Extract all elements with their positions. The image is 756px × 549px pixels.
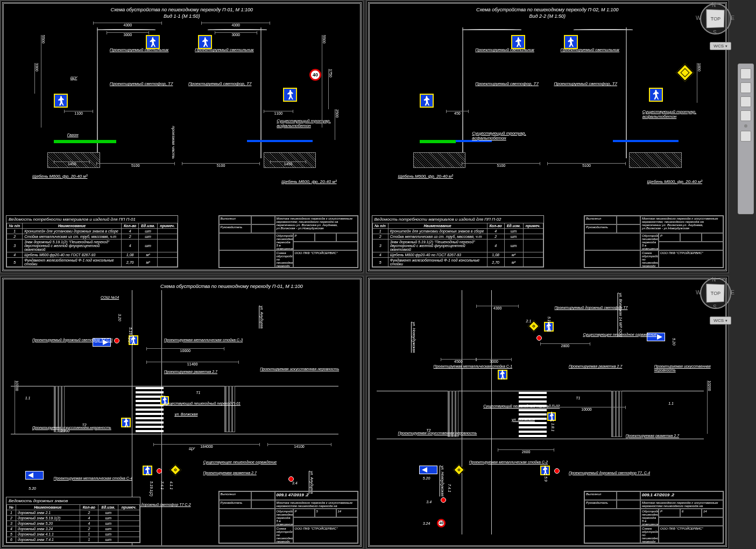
dim-5500: 5500: [41, 35, 45, 128]
sheet-title: Схема обустройства по пешеходному перехо…: [110, 7, 253, 12]
title-block: Выполнил Монтаж пешеходного перехода к и…: [584, 215, 724, 268]
table-cell: Знак дорожный 5.19.1(2) "Пешеходный пере…: [23, 240, 122, 252]
stamp-vyp: Выполнил: [219, 216, 251, 224]
table-cell: шт: [98, 526, 118, 532]
speed-bump: [224, 386, 235, 432]
ann-T2: T2: [426, 428, 430, 432]
sign-3.4-icon: [441, 497, 446, 503]
dim: 3.4: [426, 500, 432, 504]
dir-n: N: [712, 2, 716, 8]
table-title: Ведомость потребности материалов и издел…: [6, 216, 178, 223]
dim-5100-l: 5100: [96, 163, 175, 167]
nav-pan-icon[interactable]: [740, 82, 751, 93]
table-cell: Стойка металлическая из ст. труб, массов…: [388, 234, 487, 240]
stamp-cell: ООО ПКФ "СТРОЙСЕРВИС": [659, 526, 723, 543]
table-cell: 2: [80, 510, 98, 516]
table-cell: [158, 258, 178, 267]
view-cube[interactable]: TOP N S W E: [700, 278, 731, 309]
crosswalk: [519, 391, 547, 437]
pedestrian-sign-icon: [283, 88, 297, 102]
speed-40-sign-icon: 40: [309, 69, 321, 81]
table-cell: м³: [504, 258, 523, 267]
wcs-selector[interactable]: WCS: [710, 316, 731, 325]
label-sheb-r: Щебень М600, фр. 20-40 м³: [647, 179, 702, 184]
th: №: [7, 505, 16, 510]
speed-bump: [448, 391, 458, 437]
dim: 10200: [707, 381, 711, 434]
dim: 5.19.1(2): [150, 481, 153, 496]
table-cell: 4: [372, 252, 388, 258]
table-cell: [523, 258, 543, 267]
table-cell: 3: [7, 240, 23, 252]
nav-zoom-icon[interactable]: [740, 96, 751, 107]
dim-1450: 1450: [270, 161, 306, 166]
ann-mark27-2: Проектируемая разметка 2.7: [203, 471, 256, 475]
crosswalk: [136, 386, 164, 432]
dim-5500: 5500: [322, 35, 326, 128]
dim: 4300: [476, 306, 519, 310]
title-block: Выполнил 009.1 47/2019 .2 Руководитель М…: [584, 491, 724, 544]
nav-orbit-icon[interactable]: [740, 110, 751, 121]
dir-s: S: [713, 30, 717, 36]
road-v: [462, 290, 492, 534]
stamp-code: 009.1 47/2019 .2: [275, 491, 358, 500]
ann-ograzhd: Существующее пешеходное ограждение: [583, 333, 656, 336]
ann-stC3: Проектируемая металлическая стойка С-3: [164, 338, 243, 342]
dim: 3.4: [292, 481, 298, 485]
table-cell: 1: [7, 229, 23, 234]
dim: 5.20: [29, 487, 36, 490]
materials-table: Ведомость потребности материалов и издел…: [6, 215, 178, 268]
priority-sign-icon: [169, 463, 182, 476]
table-cell: 4: [7, 252, 23, 258]
dim-5100-r: 5100: [182, 163, 260, 167]
table-cell: Кронштейн для установки дорожных знаков …: [388, 229, 487, 234]
stamp-cell: Обустройство пешеходного перехода 5 в ос…: [640, 509, 659, 526]
dim-4300: 4300: [93, 23, 162, 27]
table-cell: [158, 240, 178, 252]
priority-sign-icon: [676, 64, 694, 82]
viewport-bottom-left[interactable]: Схема обустройства по пешеходному перехо…: [0, 276, 364, 549]
th-num: № п/п: [7, 223, 23, 229]
street-v: ул. Новоудужская: [412, 322, 416, 353]
dim-1800: 1800: [697, 63, 701, 103]
dim: 2800: [540, 343, 590, 348]
stamp-cell: Монтаж пешеходного перехода к искусствен…: [640, 216, 723, 233]
table-cell: Щебень М600 фр20-40 по ГОСТ 8267-93: [23, 252, 122, 258]
stamp-cell: Р: [659, 233, 680, 242]
stamp-cell: Руководитель: [219, 500, 251, 509]
table-cell: шт: [139, 240, 158, 252]
table-cell: [523, 229, 543, 234]
table-cell: [158, 252, 178, 258]
viewport-top-left[interactable]: Схема обустройства по пешеходному перехо…: [0, 0, 364, 273]
stamp-cell: Обустройство пешеходного перехода 5 в ос…: [275, 509, 293, 526]
nav-wheel-icon[interactable]: [740, 68, 751, 79]
viewport-bottom-right[interactable]: ул. Волжская ул. Новоудужская ул. Новоуд…: [366, 276, 730, 549]
materials-table: Ведомость потребности материалов и издел…: [372, 215, 544, 268]
ann-svetofor: Проектируемый дорожный светофор Т7: [554, 306, 627, 309]
label-trotuar: Существующий тротуар, асфальтобетон: [642, 109, 700, 119]
table-cell: 4: [122, 229, 139, 234]
view-cube-top[interactable]: TOP: [706, 284, 724, 302]
view-cube-top[interactable]: TOP: [706, 9, 724, 28]
view-cube[interactable]: TOP N S W E: [700, 3, 731, 34]
dim: 7.4.1: [448, 484, 451, 492]
label-svetilnik: Проектируемый светильник: [110, 47, 169, 52]
table-cell: 6: [7, 537, 16, 543]
wcs-selector[interactable]: WCS: [710, 42, 731, 50]
table-cell: [118, 537, 140, 543]
table-cell: шт: [98, 521, 118, 526]
stamp-cell: Выполнил: [584, 491, 617, 500]
nav-look-icon[interactable]: [740, 131, 751, 142]
stamp-mid: Обустройство пешеходного перехода 5 в ос…: [275, 233, 293, 250]
table-cell: шт: [139, 229, 158, 234]
viewport-top-right[interactable]: Схема обустройства по пешеходному перехо…: [366, 0, 730, 273]
dim-3000: 3000: [107, 32, 149, 37]
table-cell: 2: [7, 234, 23, 240]
stamp-cell: Р: [659, 509, 680, 517]
stamp-cell: Руководитель: [584, 500, 617, 509]
sign-3.4-icon: [288, 476, 294, 482]
navigation-bar[interactable]: [738, 64, 754, 214]
sheet-title: Схема обустройства по пешеходному перехо…: [160, 284, 303, 289]
table-cell: дорожный знак 4.1.1: [16, 532, 80, 537]
sheet-subtitle: Вид 2-2 (М 1:50): [529, 13, 566, 19]
